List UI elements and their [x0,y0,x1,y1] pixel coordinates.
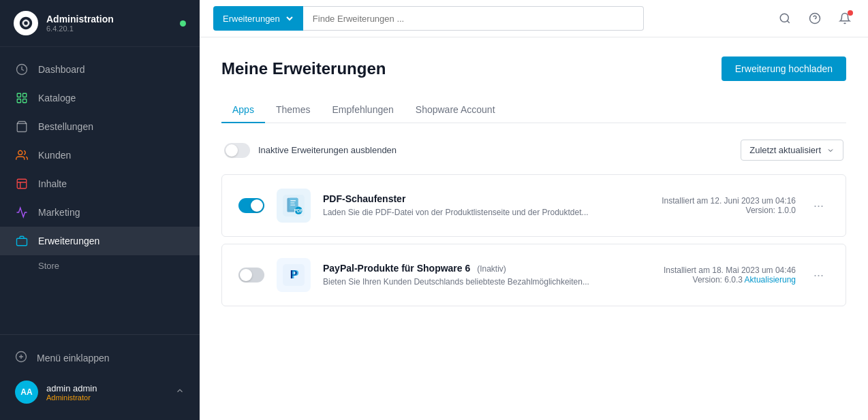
content-area: Meine Erweiterungen Erweiterung hochlade… [200,37,868,420]
erweiterungen-label: Erweiterungen [38,236,99,246]
svg-point-7 [18,150,22,155]
search-input[interactable] [303,6,644,31]
dropdown-chevron-icon [285,14,294,22]
extension-card-paypal: P P PayPal-Produkte für Shopware 6 (Inak… [221,244,846,306]
app-name: Administration [46,14,172,25]
paypal-extension-meta: Installiert am 18. Mai 2023 um 04:46 Ver… [664,265,796,285]
collapse-icon [15,351,27,365]
inhalte-label: Inhalte [38,178,67,189]
pdf-extension-icon: PDF [277,189,311,223]
content-icon [15,177,29,191]
svg-rect-2 [17,93,20,97]
extensions-icon [15,234,29,248]
orders-icon [15,120,29,133]
notification-badge [848,10,853,16]
paypal-version: Version: 6.0.3 [693,275,743,285]
inactive-toggle-label: Inaktive Erweiterungen ausblenden [258,145,397,155]
paypal-extension-name: PayPal-Produkte für Shopware 6 (Inaktiv) [323,263,651,274]
paypal-extension-info: PayPal-Produkte für Shopware 6 (Inaktiv)… [323,263,651,288]
svg-rect-3 [23,93,27,97]
pdf-extension-meta: Installiert am 12. Juni 2023 um 04:16 Ve… [662,196,796,215]
tabs: Apps Themes Empfehlungen Shopware Accoun… [221,97,846,123]
help-button[interactable] [805,9,824,28]
sort-label: Zuletzt aktualisiert [749,145,821,155]
svg-point-0 [24,21,28,25]
avatar: AA [15,381,38,404]
kataloge-label: Kataloge [38,93,76,103]
store-label: Store [38,261,59,271]
user-menu-item[interactable]: AA admin admin Administrator [0,372,200,412]
dashboard-icon [15,63,29,76]
search-category-dropdown[interactable]: Erweiterungen [213,6,303,31]
search-button[interactable] [775,9,794,28]
sidebar-item-erweiterungen[interactable]: Erweiterungen [0,227,200,255]
tab-empfehlungen[interactable]: Empfehlungen [322,97,405,123]
user-info: admin admin Administrator [46,383,97,402]
sidebar-item-dashboard[interactable]: Dashboard [0,55,200,84]
sidebar-title-group: Administration 6.4.20.1 [46,14,172,33]
sort-chevron-icon [826,146,835,155]
sidebar-footer: Menü einklappen AA admin admin Administr… [0,334,200,420]
sidebar-item-store[interactable]: Store [0,255,200,276]
sidebar-item-bestellungen[interactable]: Bestellungen [0,112,200,141]
svg-rect-5 [23,99,27,103]
inactive-badge: (Inaktiv) [477,264,506,274]
svg-rect-16 [290,200,296,201]
sidebar-item-kunden[interactable]: Kunden [0,141,200,169]
dropdown-label: Erweiterungen [223,14,280,24]
inactive-toggle-row: Inaktive Erweiterungen ausblenden [224,143,397,158]
paypal-update-link[interactable]: Aktualisierung [745,275,796,285]
collapse-menu-item[interactable]: Menü einklappen [0,343,200,372]
paypal-extension-icon: P P [277,258,311,292]
svg-text:P: P [292,269,299,280]
svg-point-10 [780,14,788,22]
filter-row: Inaktive Erweiterungen ausblenden Zuletz… [221,140,846,161]
search-area: Erweiterungen [213,6,644,31]
sort-dropdown[interactable]: Zuletzt aktualisiert [741,140,843,161]
tab-apps[interactable]: Apps [221,97,265,123]
topbar-actions [775,9,854,28]
upload-extension-button[interactable]: Erweiterung hochladen [722,56,846,81]
sidebar-item-inhalte[interactable]: Inhalte [0,169,200,198]
pdf-installed-date: Installiert am 12. Juni 2023 um 04:16 [662,196,796,206]
paypal-extension-more-button[interactable]: ··· [808,265,829,285]
collapse-label: Menü einklappen [37,353,110,364]
tab-themes[interactable]: Themes [265,97,322,123]
user-role: Administrator [46,393,97,402]
app-logo [14,11,38,35]
sidebar: Administration 6.4.20.1 Dashboard [0,0,200,420]
svg-rect-8 [17,179,27,189]
svg-rect-17 [290,202,294,204]
paypal-installed-date: Installiert am 18. Mai 2023 um 04:46 [664,265,796,275]
pdf-version: Version: 1.0.0 [662,206,796,215]
sidebar-item-kataloge[interactable]: Kataloge [0,84,200,112]
sidebar-item-marketing[interactable]: Marketing [0,198,200,227]
svg-rect-18 [290,204,295,206]
inactive-extensions-toggle[interactable] [224,143,250,158]
kunden-label: Kunden [38,150,71,161]
paypal-extension-desc: Bieten Sie Ihren Kunden Deutschlands bel… [323,276,651,288]
svg-rect-4 [17,99,20,103]
user-name: admin admin [46,383,97,393]
customers-icon [15,148,29,162]
pdf-extension-name: PDF-Schaufenster [323,193,649,204]
pdf-extension-toggle[interactable] [238,198,264,213]
app-version: 6.4.20.1 [46,25,172,33]
paypal-extension-toggle[interactable] [238,268,264,282]
dashboard-label: Dashboard [38,64,85,75]
pdf-extension-info: PDF-Schaufenster Laden Sie die PDF-Datei… [323,193,649,219]
notifications-button[interactable] [835,9,854,28]
paypal-version-row: Version: 6.0.3 Aktualisierung [664,275,796,285]
pdf-extension-desc: Laden Sie die PDF-Datei von der Produktl… [323,207,649,219]
pdf-extension-more-button[interactable]: ··· [808,196,829,216]
main-content: Erweiterungen [200,0,868,420]
bestellungen-label: Bestellungen [38,121,93,132]
topbar: Erweiterungen [200,0,868,37]
extension-card-pdf-schaufenster: PDF PDF-Schaufenster Laden Sie die PDF-D… [221,174,846,237]
svg-text:PDF: PDF [294,208,303,213]
content-header: Meine Erweiterungen Erweiterung hochlade… [221,56,846,81]
tab-shopware-account[interactable]: Shopware Account [405,97,506,123]
online-status-dot [180,20,186,27]
sidebar-header: Administration 6.4.20.1 [0,0,200,47]
user-chevron-icon [175,386,185,398]
